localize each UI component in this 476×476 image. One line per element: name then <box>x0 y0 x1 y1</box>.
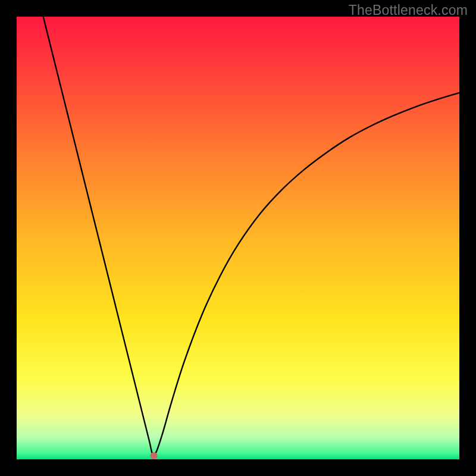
minimum-marker <box>151 452 158 459</box>
plot-frame <box>17 17 459 459</box>
gradient-background <box>17 17 459 459</box>
watermark-text: TheBottleneck.com <box>349 2 468 18</box>
bottleneck-chart <box>17 17 459 459</box>
